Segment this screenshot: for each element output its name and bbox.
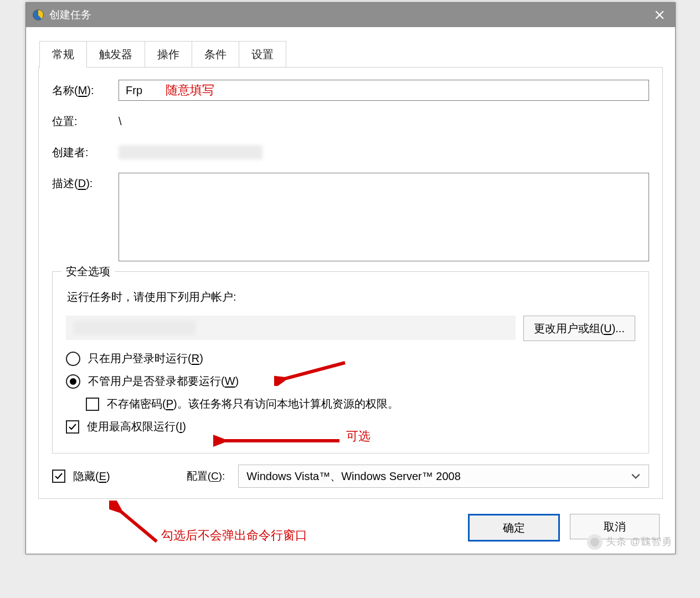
tab-general[interactable]: 常规: [39, 41, 87, 68]
configure-select[interactable]: Windows Vista™、Windows Server™ 2008: [238, 465, 649, 488]
annotation-name-hint: 随意填写: [166, 82, 214, 99]
checkbox-icon: [52, 470, 65, 483]
dialog-window: 创建任务 常规 触发器 操作 条件 设置 名称(M):: [25, 2, 676, 554]
description-label: 描述(D):: [52, 173, 119, 191]
run-as-text: 运行任务时，请使用下列用户帐户:: [67, 290, 635, 305]
configure-label: 配置(C):: [187, 469, 225, 483]
radio-icon: [66, 352, 80, 366]
ok-button[interactable]: 确定: [468, 514, 560, 542]
annotation-arrow-3: [109, 501, 159, 545]
check-icon: [68, 422, 77, 431]
tasksched-icon: [33, 9, 44, 20]
checkbox-highest-privileges[interactable]: 使用最高权限运行(I): [66, 419, 635, 434]
close-button[interactable]: [644, 3, 675, 27]
tabstrip: 常规 触发器 操作 条件 设置: [39, 40, 663, 67]
name-input[interactable]: 随意填写: [119, 80, 649, 101]
author-label: 创建者:: [52, 142, 119, 160]
location-value: \: [119, 111, 649, 132]
tab-conditions[interactable]: 条件: [192, 41, 239, 68]
author-value: [119, 142, 649, 163]
name-label: 名称(M):: [52, 80, 119, 98]
radio-run-whether-logged-on[interactable]: 不管用户是否登录都要运行(W): [66, 374, 635, 389]
check-icon: [54, 472, 63, 481]
annotation-hidden-hint: 勾选后不会弹出命令行窗口: [161, 527, 307, 544]
checkbox-icon: [66, 420, 79, 434]
tabpage-general: 名称(M): 随意填写 位置: \ 创建者:: [38, 67, 663, 499]
tab-settings[interactable]: 设置: [239, 41, 286, 68]
configure-value: Windows Vista™、Windows Server™ 2008: [246, 469, 460, 484]
tab-triggers[interactable]: 触发器: [86, 41, 145, 68]
radio-run-when-logged-on[interactable]: 只在用户登录时运行(R): [66, 351, 635, 366]
radio-icon: [66, 374, 80, 389]
checkbox-no-store-password[interactable]: 不存储密码(P)。该任务将只有访问本地计算机资源的权限。: [86, 396, 635, 411]
run-as-user-box: [66, 316, 516, 340]
titlebar: 创建任务: [26, 3, 675, 27]
cancel-button[interactable]: 取消: [570, 514, 660, 539]
location-label: 位置:: [52, 111, 119, 129]
close-icon: [655, 10, 665, 20]
description-input[interactable]: [119, 173, 649, 261]
annotation-arrow-2: [213, 431, 341, 450]
tab-actions[interactable]: 操作: [145, 41, 192, 68]
security-options-group: 安全选项 运行任务时，请使用下列用户帐户: 更改用户或组(U)... 只在用户登…: [52, 271, 649, 453]
checkbox-hidden[interactable]: 隐藏(E): [52, 469, 110, 484]
checkbox-icon: [86, 398, 99, 411]
svg-line-2: [116, 507, 157, 542]
name-input-value[interactable]: [125, 84, 160, 97]
chevron-down-icon: [631, 471, 641, 481]
security-legend: 安全选项: [61, 264, 115, 279]
window-title: 创建任务: [49, 8, 91, 22]
change-user-button[interactable]: 更改用户或组(U)...: [523, 316, 635, 341]
